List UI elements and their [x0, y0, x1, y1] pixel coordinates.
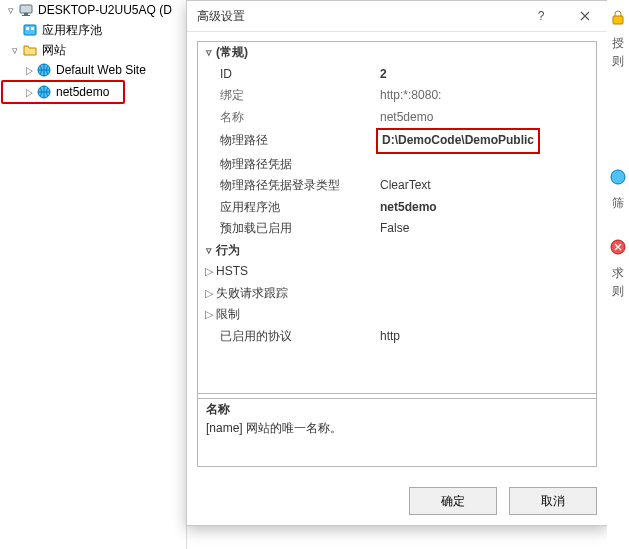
- prop-id[interactable]: ID 2: [198, 64, 596, 86]
- tree-label: 网站: [42, 42, 66, 59]
- prop-app-pool[interactable]: 应用程序池 net5demo: [198, 197, 596, 219]
- svg-rect-4: [26, 27, 29, 30]
- connections-tree: DESKTOP-U2UU5AQ (D 应用程序池 网站 Default Web …: [0, 0, 187, 549]
- desc-name: 名称: [206, 400, 588, 419]
- tree-label: DESKTOP-U2UU5AQ (D: [38, 3, 172, 17]
- prop-hsts[interactable]: HSTS: [198, 261, 596, 283]
- prop-value: 2: [372, 64, 596, 86]
- tree-label: net5demo: [56, 85, 109, 99]
- prop-proto[interactable]: 已启用的协议 http: [198, 326, 596, 348]
- advanced-settings-dialog: 高级设置 ? (常规) ID 2 绑定 http:*:8080: 名称 net5…: [186, 0, 608, 526]
- prop-value: False: [372, 218, 596, 240]
- prop-frt[interactable]: 失败请求跟踪: [198, 283, 596, 305]
- category-behavior[interactable]: 行为: [198, 240, 596, 262]
- collapse-icon[interactable]: [202, 42, 216, 64]
- lock-icon: [609, 8, 627, 26]
- svg-rect-8: [613, 16, 623, 24]
- app-pool-icon: [22, 22, 38, 38]
- svg-rect-5: [31, 27, 34, 30]
- actions-pane-sliver: 授 则 筛 求 则: [607, 0, 629, 549]
- tree-label: 应用程序池: [42, 22, 102, 39]
- expand-icon[interactable]: [202, 283, 216, 305]
- prop-value: net5demo: [372, 107, 596, 129]
- prop-value: http:*:8080:: [372, 85, 596, 107]
- globe-icon: [36, 62, 52, 78]
- prop-name[interactable]: 名称 net5demo: [198, 107, 596, 129]
- ok-button[interactable]: 确定: [409, 487, 497, 515]
- svg-point-9: [611, 170, 625, 184]
- category-general[interactable]: (常规): [198, 42, 596, 64]
- expander-icon[interactable]: [22, 63, 36, 77]
- tree-node-sites[interactable]: 网站: [0, 40, 186, 60]
- prop-value: ClearText: [372, 175, 596, 197]
- help-button[interactable]: ?: [519, 1, 563, 31]
- dialog-titlebar: 高级设置 ?: [187, 1, 607, 32]
- prop-binding[interactable]: 绑定 http:*:8080:: [198, 85, 596, 107]
- expander-icon[interactable]: [22, 85, 36, 99]
- desc-text: [name] 网站的唯一名称。: [206, 419, 588, 438]
- globe-icon: [36, 84, 52, 100]
- expander-icon[interactable]: [8, 43, 22, 57]
- tree-node-net5demo[interactable]: net5demo: [1, 80, 125, 104]
- close-icon: [580, 11, 590, 21]
- cancel-button[interactable]: 取消: [509, 487, 597, 515]
- dialog-title: 高级设置: [187, 8, 519, 25]
- tree-node-server[interactable]: DESKTOP-U2UU5AQ (D: [0, 0, 186, 20]
- property-description: 名称 [name] 网站的唯一名称。: [197, 393, 597, 467]
- server-icon: [18, 2, 34, 18]
- collapse-icon[interactable]: [202, 240, 216, 262]
- prop-value: D:\DemoCode\DemoPublic: [376, 128, 540, 154]
- svg-rect-3: [24, 25, 36, 35]
- error-icon: [609, 238, 627, 256]
- filter-icon: [609, 168, 627, 186]
- tree-label: Default Web Site: [56, 63, 146, 77]
- svg-rect-0: [20, 5, 32, 13]
- svg-rect-1: [24, 13, 28, 15]
- tree-node-app-pools[interactable]: 应用程序池: [0, 20, 186, 40]
- expand-icon[interactable]: [202, 304, 216, 326]
- prop-value: http: [372, 326, 596, 348]
- expander-icon[interactable]: [4, 3, 18, 17]
- prop-phys-cred[interactable]: 物理路径凭据: [198, 154, 596, 176]
- prop-value: net5demo: [372, 197, 596, 219]
- expand-icon[interactable]: [202, 261, 216, 283]
- tree-node-default-site[interactable]: Default Web Site: [0, 60, 186, 80]
- prop-preload[interactable]: 预加载已启用 False: [198, 218, 596, 240]
- svg-rect-2: [22, 15, 30, 16]
- prop-physical-path[interactable]: 物理路径 D:\DemoCode\DemoPublic: [198, 128, 596, 154]
- property-grid[interactable]: (常规) ID 2 绑定 http:*:8080: 名称 net5demo 物理…: [197, 41, 597, 399]
- prop-limits[interactable]: 限制: [198, 304, 596, 326]
- folder-icon: [22, 42, 38, 58]
- prop-phys-cred-logon[interactable]: 物理路径凭据登录类型 ClearText: [198, 175, 596, 197]
- close-button[interactable]: [563, 1, 607, 31]
